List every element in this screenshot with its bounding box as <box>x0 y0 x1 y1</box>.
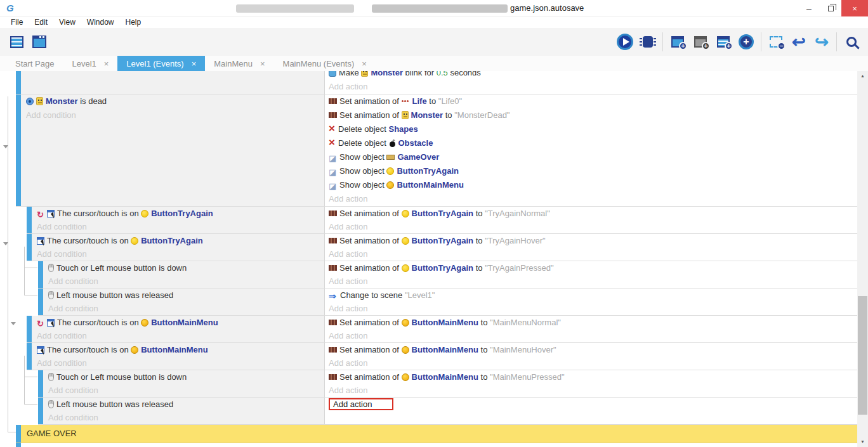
action-row[interactable]: Set animation of Monster to "MonsterDead… <box>329 108 857 122</box>
conditions-cell[interactable]: Left mouse button was releasedAdd condit… <box>43 288 325 315</box>
condition-row[interactable]: The cursor/touch is on ButtonMainMenu <box>37 316 324 329</box>
scene-editor-button[interactable] <box>28 30 51 53</box>
undo-button[interactable]: ↩ <box>787 30 810 53</box>
action-row[interactable]: Delete object Shapes <box>329 122 857 136</box>
collapse-arrow-icon[interactable] <box>3 145 8 148</box>
conditions-cell[interactable]: Add condition <box>21 71 325 94</box>
add-comment-button[interactable]: + <box>712 30 735 53</box>
condition-row[interactable]: The cursor/touch is on ButtonTryAgain <box>37 234 324 247</box>
collapse-arrow-icon[interactable] <box>3 242 8 245</box>
event-bar[interactable] <box>16 94 21 206</box>
tab-mainmenu-events[interactable]: MainMenu (Events)× <box>274 56 376 71</box>
conditions-cell[interactable]: Touch or Left mouse button is downAdd co… <box>43 370 325 397</box>
conditions-cell[interactable]: Monster is deadAdd condition <box>21 94 325 206</box>
actions-cell[interactable]: Set animation of ButtonTryAgain to "TryA… <box>325 207 857 233</box>
conditions-cell[interactable]: The cursor/touch is on ButtonTryAgainAdd… <box>32 234 325 261</box>
add-condition[interactable]: Add condition <box>26 71 324 74</box>
menu-view[interactable]: View <box>53 18 81 27</box>
action-row[interactable]: Delete object Obstacle <box>329 136 857 150</box>
condition-row[interactable]: Monster is dead <box>26 94 324 108</box>
conditions-cell[interactable]: The cursor/touch is on ButtonMainMenuAdd… <box>32 316 325 342</box>
action-row[interactable]: Set animation of ButtonMainMenu to "Main… <box>329 343 857 356</box>
add-condition[interactable]: Add condition <box>37 356 324 370</box>
menu-file[interactable]: File <box>5 18 29 27</box>
action-row[interactable]: Show object ButtonMainMenu <box>329 178 857 192</box>
condition-row[interactable]: Touch or Left mouse button is down <box>48 261 324 275</box>
add-event-button[interactable]: + <box>666 30 689 53</box>
actions-cell[interactable]: Make Monster blink for 0.5 secondsAdd ac… <box>325 71 857 94</box>
add-action[interactable]: Add action <box>329 192 857 206</box>
tab-level1-events[interactable]: Level1 (Events)× <box>117 56 205 71</box>
action-row[interactable]: Set animation of Life to "Life0" <box>329 94 857 108</box>
action-row[interactable]: Show object GameOver <box>329 150 857 164</box>
menu-window[interactable]: Window <box>81 18 120 27</box>
scroll-up-arrow-icon[interactable]: ▲ <box>857 71 868 81</box>
add-condition[interactable]: Add condition <box>48 302 324 315</box>
add-action[interactable]: Add action <box>329 275 857 288</box>
add-other-event-button[interactable]: + <box>735 30 758 53</box>
add-subevent-button[interactable]: + <box>689 30 712 53</box>
event-bar[interactable] <box>27 316 32 342</box>
event-bar[interactable] <box>16 443 21 447</box>
add-action[interactable]: Add action <box>329 384 857 397</box>
project-manager-button[interactable] <box>5 30 28 53</box>
actions-cell[interactable]: Set animation of ButtonTryAgain to "TryA… <box>325 261 857 288</box>
actions-cell[interactable]: Set animation of ButtonMainMenu to "Main… <box>325 370 857 397</box>
search-button[interactable] <box>840 30 863 53</box>
add-condition[interactable]: Add condition <box>37 247 324 261</box>
event-bar[interactable] <box>27 343 32 370</box>
action-row[interactable]: Set animation of ButtonMainMenu to "Main… <box>329 316 857 329</box>
conditions-cell[interactable]: Left mouse button was releasedAdd condit… <box>43 398 325 424</box>
condition-row[interactable]: Left mouse button was released <box>48 288 324 302</box>
condition-row[interactable]: Left mouse button was released <box>48 398 324 411</box>
event-bar[interactable] <box>16 71 21 94</box>
action-row[interactable]: Make Monster blink for 0.5 seconds <box>329 71 857 80</box>
actions-cell[interactable]: Add action <box>325 398 857 424</box>
add-condition[interactable]: Add condition <box>26 108 324 122</box>
add-condition[interactable]: Add condition <box>48 275 324 288</box>
add-action[interactable]: Add action <box>329 329 857 342</box>
actions-cell[interactable]: Set animation of ButtonMainMenu to "Main… <box>325 343 857 370</box>
tab-close-icon[interactable]: × <box>104 59 109 68</box>
action-row[interactable]: Show object ButtonTryAgain <box>329 164 857 178</box>
restore-button[interactable] <box>820 0 841 16</box>
add-action-highlighted[interactable]: Add action <box>329 398 393 410</box>
event-bar[interactable] <box>27 207 32 233</box>
minimize-button[interactable]: – <box>798 0 820 16</box>
actions-cell[interactable]: Set animation of ButtonTryAgain to "TryA… <box>325 234 857 261</box>
tab-close-icon[interactable]: × <box>192 59 197 68</box>
actions-cell[interactable]: Set animation of ButtonMainMenu to "Main… <box>325 316 857 342</box>
debug-button[interactable] <box>636 30 659 53</box>
collapse-arrow-icon[interactable] <box>11 322 16 325</box>
event-bar[interactable] <box>16 425 21 443</box>
add-condition[interactable]: Add condition <box>37 329 324 342</box>
condition-row[interactable]: The cursor/touch is on ButtonTryAgain <box>37 207 324 220</box>
event-bar[interactable] <box>27 234 32 261</box>
add-action[interactable]: Add action <box>329 247 857 261</box>
action-row[interactable]: Set animation of ButtonMainMenu to "Main… <box>329 370 857 384</box>
close-button[interactable]: × <box>841 0 868 16</box>
conditions-cell[interactable]: Touch or Left mouse button is downAdd co… <box>43 261 325 288</box>
vertical-scrollbar[interactable]: ▲ ▼ <box>857 71 868 447</box>
event-bar[interactable] <box>38 398 43 424</box>
condition-row[interactable]: The cursor/touch is on ButtonMainMenu <box>37 343 324 356</box>
action-row[interactable]: Change to scene "Level1" <box>329 288 857 302</box>
add-action[interactable]: Add action <box>329 302 857 315</box>
event-bar[interactable] <box>38 261 43 288</box>
add-condition[interactable]: Add condition <box>48 384 324 397</box>
add-action[interactable]: Add action <box>329 220 857 233</box>
event-bar[interactable] <box>38 370 43 397</box>
tab-close-icon[interactable]: × <box>260 59 265 68</box>
tab-close-icon[interactable]: × <box>362 59 367 68</box>
tab-mainmenu[interactable]: MainMenu× <box>205 56 273 71</box>
event-bar[interactable] <box>38 288 43 315</box>
add-action[interactable]: Add action <box>329 356 857 370</box>
play-button[interactable] <box>614 30 636 53</box>
action-row[interactable]: Set animation of ButtonTryAgain to "TryA… <box>329 234 857 247</box>
menu-edit[interactable]: Edit <box>29 18 53 27</box>
add-condition[interactable]: Add condition <box>37 220 324 233</box>
action-row[interactable]: Set animation of ButtonTryAgain to "TryA… <box>329 207 857 220</box>
tab-level1[interactable]: Level1× <box>63 56 117 71</box>
add-condition[interactable]: Add condition <box>48 411 324 424</box>
condition-row[interactable]: Touch or Left mouse button is down <box>48 370 324 384</box>
